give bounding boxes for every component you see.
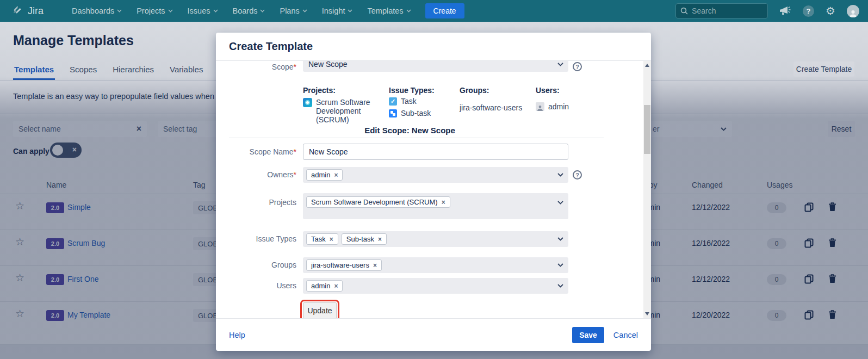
template-name-link[interactable]: Scrum Bug [67, 239, 105, 247]
scope-help-icon[interactable]: ? [573, 62, 582, 71]
can-apply-toggle[interactable]: × [50, 143, 82, 158]
search-input[interactable] [692, 7, 757, 15]
save-button[interactable]: Save [572, 327, 604, 343]
summary-projects-header: Projects: [303, 86, 336, 95]
template-name-link[interactable]: First One [67, 275, 99, 283]
avatar[interactable] [847, 5, 859, 17]
remove-chip-icon[interactable]: × [334, 171, 338, 179]
subtask-icon [389, 109, 397, 117]
tab-scopes[interactable]: Scopes [69, 60, 98, 80]
top-nav: Jira Dashboards Projects Issues Boards P… [0, 0, 868, 22]
groups-label: Groups [220, 261, 296, 269]
modal-title: Create Template [229, 40, 313, 53]
changed-value: 12/12/2022 [692, 275, 730, 283]
projects-label: Projects [220, 198, 296, 207]
tab-hierarchies[interactable]: Hierarchies [111, 60, 155, 80]
nav-item-issues[interactable]: Issues [188, 7, 218, 15]
chevron-down-icon [260, 9, 265, 13]
chevron-down-icon [302, 9, 307, 13]
remove-chip-icon[interactable]: × [334, 282, 338, 290]
summary-issue-type-task: ✓ Task [389, 97, 417, 106]
modal-header: Create Template [216, 33, 651, 61]
announcements-icon[interactable] [779, 5, 791, 16]
star-icon[interactable]: ☆ [15, 307, 24, 320]
chevron-down-icon [557, 237, 563, 241]
remove-chip-icon[interactable]: × [330, 236, 333, 243]
issue-type-chip: Task× [306, 233, 338, 245]
tab-variables[interactable]: Variables [169, 60, 204, 80]
chevron-down-icon [348, 9, 352, 13]
nav-create-button[interactable]: Create [425, 3, 464, 18]
update-button[interactable]: Update [303, 302, 337, 318]
nav-item-plans[interactable]: Plans [280, 7, 307, 15]
nav-item-projects[interactable]: Projects [137, 7, 172, 15]
remove-chip-icon[interactable]: × [442, 199, 445, 206]
section-divider [229, 138, 604, 138]
version-badge: 2.0 [46, 202, 64, 213]
scope-select[interactable]: New Scope [303, 61, 568, 72]
scroll-up-icon[interactable] [645, 64, 649, 67]
tab-templates[interactable]: Templates [13, 60, 55, 80]
user-chip: admin× [306, 280, 343, 292]
scope-name-input[interactable] [303, 144, 568, 160]
star-icon[interactable]: ☆ [15, 271, 24, 284]
summary-issue-types-header: Issue Types: [389, 86, 435, 95]
owners-select[interactable]: admin× [303, 167, 568, 183]
changed-value: 12/12/2022 [692, 203, 730, 212]
issue-types-select[interactable]: Task× Sub-task× [303, 231, 568, 247]
remove-chip-icon[interactable]: × [373, 262, 377, 269]
scroll-down-icon[interactable] [645, 312, 649, 315]
nav-item-templates[interactable]: Templates [367, 7, 411, 15]
owners-help-icon[interactable]: ? [573, 170, 582, 180]
create-template-button[interactable]: Create Template [793, 61, 854, 77]
projects-select[interactable]: Scrum Software Development (SCRUM)× [303, 193, 568, 219]
nav-menu: Dashboards Projects Issues Boards Plans … [72, 7, 411, 15]
delete-icon[interactable] [828, 310, 836, 319]
scrollbar-thumb[interactable] [644, 105, 650, 154]
template-name-link[interactable]: Simple [67, 203, 91, 212]
scrum-project-icon [303, 98, 312, 107]
delete-icon[interactable] [828, 202, 836, 212]
copy-icon[interactable] [804, 274, 814, 284]
groups-select[interactable]: jira-software-users× [303, 257, 568, 273]
version-badge: 2.0 [46, 310, 64, 321]
copy-icon[interactable] [804, 238, 814, 248]
nav-item-dashboards[interactable]: Dashboards [72, 7, 122, 15]
edit-scope-heading: Edit Scope: New Scope [216, 126, 604, 135]
project-chip: Scrum Software Development (SCRUM)× [306, 196, 450, 208]
reset-button[interactable]: Reset [828, 121, 855, 137]
can-apply-label: Can apply [13, 147, 49, 156]
nav-item-boards[interactable]: Boards [233, 7, 265, 15]
summary-users-header: Users: [536, 86, 560, 95]
delete-icon[interactable] [828, 238, 836, 247]
nav-search-box[interactable] [675, 3, 768, 18]
select-name-filter[interactable]: Select name × [13, 121, 147, 137]
star-icon[interactable]: ☆ [15, 200, 24, 212]
toggle-off-icon: × [72, 145, 77, 154]
star-icon[interactable]: ☆ [15, 236, 24, 248]
gear-icon[interactable]: ⚙ [826, 5, 835, 16]
chevron-down-icon [213, 9, 218, 13]
nav-item-insight[interactable]: Insight [322, 7, 353, 15]
users-select[interactable]: admin× [303, 278, 568, 294]
copy-icon[interactable] [804, 310, 814, 320]
help-link[interactable]: Help [229, 331, 245, 339]
summary-issue-type-subtask: Sub-task [389, 109, 431, 117]
changed-value: 12/20/2022 [692, 311, 730, 319]
modal-scrollbar[interactable] [643, 61, 651, 318]
clear-name-icon[interactable]: × [137, 124, 141, 134]
remove-chip-icon[interactable]: × [378, 236, 382, 243]
toggle-knob [52, 145, 63, 156]
summary-groups-header: Groups: [460, 86, 489, 95]
col-name: Name [46, 181, 66, 189]
jira-logo-icon [12, 5, 24, 17]
help-icon[interactable]: ? [803, 5, 814, 17]
jira-logo[interactable]: Jira [12, 5, 44, 17]
cancel-link[interactable]: Cancel [613, 331, 638, 339]
delete-icon[interactable] [828, 274, 836, 283]
copy-icon[interactable] [804, 202, 814, 212]
summary-user: admin [536, 102, 569, 111]
select-name-placeholder: Select name [18, 125, 61, 133]
usages-badge: 0 [767, 310, 786, 321]
template-name-link[interactable]: My Template [67, 311, 110, 319]
